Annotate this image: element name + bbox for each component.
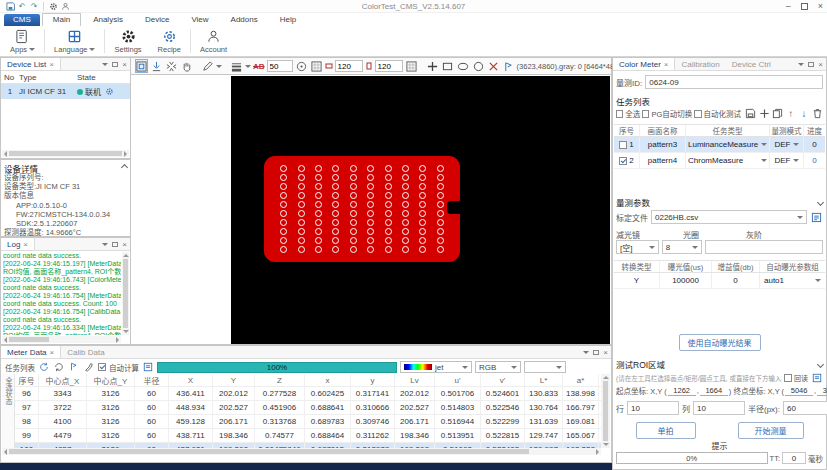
minimize-button[interactable]: – (786, 1, 791, 11)
cols-input[interactable] (693, 401, 745, 415)
add-point-button[interactable] (426, 59, 439, 73)
close-button[interactable]: × (818, 1, 823, 11)
pg-auto-checkbox[interactable] (642, 110, 649, 118)
ellipse-roi-button[interactable] (456, 59, 470, 73)
float-icon[interactable] (593, 350, 599, 355)
gray-input[interactable] (705, 240, 823, 254)
use-auto-exposure-button[interactable]: 使用自动曝光结果 (679, 334, 761, 351)
delete-roi-button[interactable] (487, 59, 500, 73)
end-y-input[interactable] (817, 386, 827, 396)
tab-calibration[interactable]: Calibration (675, 58, 725, 70)
export-icon[interactable] (142, 361, 154, 373)
roi-height-input[interactable] (375, 60, 403, 72)
recipe-button[interactable]: Recipe (150, 27, 189, 55)
pencil-dropdown-icon[interactable] (216, 65, 222, 68)
vertical-scrollbar[interactable] (122, 252, 129, 335)
auto-calc-checkbox[interactable] (98, 363, 106, 371)
radius-input[interactable] (783, 401, 827, 415)
tab-color-meter[interactable]: Color Meter× (613, 58, 675, 70)
target-circle-button[interactable] (295, 59, 308, 73)
dropdown-icon[interactable] (102, 243, 108, 246)
meter-table-row[interactable]: 963343312660436.411202.0120.2775280.6024… (15, 387, 601, 401)
collapse-icon[interactable] (817, 198, 824, 205)
auto-test-checkbox[interactable] (694, 110, 701, 118)
save-icon[interactable] (4, 1, 16, 12)
gear-icon[interactable] (47, 1, 59, 12)
float-icon[interactable] (112, 62, 118, 67)
maximize-button[interactable] (801, 3, 808, 10)
horizontal-scrollbar[interactable] (2, 448, 601, 455)
dropdown-icon[interactable] (102, 63, 108, 66)
settings-button[interactable]: Settings (106, 27, 149, 55)
close-icon[interactable]: × (122, 240, 127, 249)
menu-item-help[interactable]: Help (270, 14, 306, 26)
copy-task-icon[interactable] (772, 107, 783, 120)
dropdown-icon[interactable] (583, 351, 589, 354)
dropdown-icon[interactable] (761, 159, 767, 162)
save-image-button[interactable] (150, 59, 163, 73)
nd-filter-select[interactable]: [空] (616, 240, 659, 254)
menu-item-addons[interactable]: Addons (221, 14, 268, 26)
float-icon[interactable] (112, 242, 118, 247)
close-icon[interactable]: × (603, 348, 608, 357)
rows-input[interactable] (627, 401, 679, 415)
redo-icon[interactable]: ↷ (28, 1, 40, 12)
tab-calib-data[interactable]: Calib Data (61, 346, 110, 358)
select-all-checkbox[interactable] (616, 110, 623, 118)
center-view-button[interactable] (165, 59, 178, 73)
close-icon[interactable]: × (23, 240, 28, 249)
collapse-icon[interactable] (817, 360, 824, 367)
roi-width-input[interactable] (335, 60, 363, 72)
dropdown-icon[interactable] (815, 279, 821, 282)
pan-hand-button[interactable] (180, 59, 193, 73)
color-mode-select[interactable]: RGB (475, 361, 521, 373)
float-icon[interactable] (808, 62, 814, 67)
menu-item-device[interactable]: Device (135, 14, 179, 26)
calib-file-select[interactable]: 0226HB.csv (651, 210, 807, 224)
lasso-button[interactable] (502, 59, 515, 73)
line-width-dropdown-icon[interactable] (245, 65, 251, 68)
tab-meter-data[interactable]: Meter Data× (1, 346, 61, 358)
delete-task-icon[interactable] (812, 107, 823, 120)
select-state-side-label[interactable]: 全选状态 (2, 374, 15, 448)
meter-table-row[interactable]: 973722312660448.934202.5270.4519060.6886… (15, 401, 601, 415)
menu-cms-button[interactable]: CMS (4, 14, 40, 26)
menu-item-view[interactable]: View (181, 14, 218, 26)
collapse-icon[interactable] (121, 164, 128, 171)
aperture-select[interactable]: 8 (662, 240, 702, 254)
image-canvas[interactable] (231, 76, 610, 344)
task-row[interactable]: 2 pattern4 ChromMeasure DEF 0 (614, 153, 825, 169)
fit-view-button[interactable] (135, 59, 148, 73)
start-x-input[interactable] (668, 386, 696, 396)
device-gear-icon[interactable] (105, 87, 114, 96)
label-visibility-toggle[interactable]: AB (253, 62, 265, 71)
menu-item-main[interactable]: Main (42, 13, 81, 26)
move-up-icon[interactable]: ↑ (785, 107, 796, 120)
line-width-button[interactable] (230, 59, 243, 73)
add-task-icon[interactable] (758, 107, 769, 120)
edit-calib-icon[interactable] (810, 211, 823, 224)
account-button[interactable]: Account (192, 27, 235, 55)
task-row[interactable]: 1 pattern3 LuminanceMeasure DEF 0 (614, 137, 825, 153)
refresh-icon[interactable] (38, 361, 50, 373)
recalc-icon[interactable] (53, 361, 65, 373)
rect-roi-button[interactable] (441, 59, 454, 73)
undo-icon[interactable]: ↶ (16, 1, 28, 12)
dropdown-icon[interactable] (793, 159, 799, 162)
language-button[interactable]: Language (46, 27, 103, 55)
meter-table-row[interactable]: 994479312660438.711198.3460.745770.68846… (15, 429, 601, 443)
save-tasks-icon[interactable] (745, 107, 756, 120)
dropdown-icon[interactable] (798, 63, 804, 66)
measure-id-input[interactable] (645, 75, 823, 89)
extra-select[interactable] (524, 361, 566, 373)
circle-roi-button[interactable] (472, 59, 485, 73)
grid-apply-button[interactable] (405, 59, 418, 73)
tt-input[interactable] (782, 452, 806, 464)
start-measure-button[interactable]: 开始测量 (738, 422, 804, 439)
lasso-select-icon[interactable] (68, 361, 80, 373)
close-icon[interactable]: × (49, 60, 54, 69)
menu-item-analysis[interactable]: Analysis (83, 14, 133, 26)
dropdown-icon[interactable] (793, 143, 799, 146)
horizontal-scrollbar[interactable] (2, 150, 129, 157)
colormap-select[interactable]: jet (400, 361, 472, 373)
